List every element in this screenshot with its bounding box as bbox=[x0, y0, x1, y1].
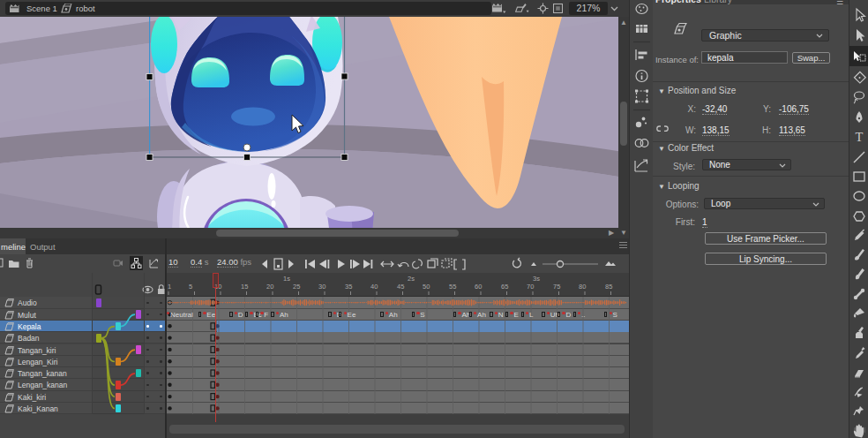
svg-text:T: T bbox=[856, 130, 864, 144]
